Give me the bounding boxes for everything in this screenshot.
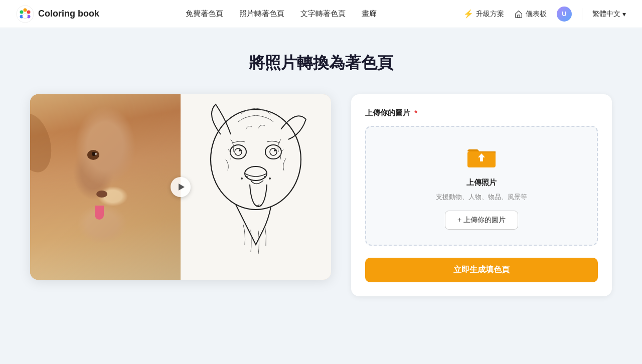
page-title: 將照片轉換為著色頁 (30, 52, 612, 74)
navbar: Coloring book 免費著色頁 照片轉著色頁 文字轉著色頁 畫廊 ⚡ 升… (0, 0, 642, 28)
folder-icon-wrapper (466, 145, 497, 170)
bolt-icon: ⚡ (463, 9, 473, 19)
chevron-down-icon: ▾ (622, 10, 626, 18)
upload-panel: 上傳你的圖片 * (351, 94, 612, 296)
logo-icon (16, 5, 34, 23)
navbar-right: ⚡ 升級方案 儀表板 U 繁體中文 ▾ (463, 7, 626, 22)
svg-point-6 (23, 14, 28, 19)
nav-divider (582, 8, 582, 20)
demo-image-inner (30, 94, 331, 280)
svg-point-14 (274, 149, 276, 151)
sketch-svg (181, 94, 331, 280)
svg-point-17 (241, 177, 243, 179)
svg-point-11 (239, 149, 241, 151)
dog-fur-overlay (30, 94, 181, 280)
upload-section-label: 上傳你的圖片 * (365, 108, 598, 118)
dashboard-label: 儀表板 (526, 10, 547, 19)
content-row: 上傳你的圖片 * (30, 94, 612, 296)
nav-free-coloring[interactable]: 免費著色頁 (186, 9, 223, 19)
nav-links: 免費著色頁 照片轉著色頁 文字轉著色頁 畫廊 (186, 9, 377, 19)
user-avatar[interactable]: U (557, 7, 572, 22)
demo-image (30, 94, 331, 280)
svg-point-16 (246, 176, 248, 178)
generate-btn-label: 立即生成填色頁 (453, 265, 510, 274)
play-button[interactable] (171, 177, 191, 197)
svg-point-12 (265, 145, 281, 159)
svg-point-5 (20, 10, 24, 14)
upgrade-label: 升級方案 (476, 10, 504, 19)
dashboard-button[interactable]: 儀表板 (514, 10, 547, 19)
upload-file-button[interactable]: + 上傳你的圖片 (445, 211, 518, 230)
lang-label: 繁體中文 (592, 10, 620, 19)
nav-gallery[interactable]: 畫廊 (362, 9, 377, 19)
upload-main-text: 上傳照片 (466, 178, 497, 188)
svg-point-2 (27, 10, 31, 14)
logo-link[interactable]: Coloring book (16, 5, 99, 23)
photo-side (30, 94, 181, 280)
upgrade-button[interactable]: ⚡ 升級方案 (463, 9, 504, 19)
upload-sub-text: 支援動物、人物、物品、風景等 (436, 193, 527, 202)
svg-point-18 (264, 176, 266, 178)
svg-point-1 (24, 8, 27, 12)
upload-dropzone[interactable]: 上傳照片 支援動物、人物、物品、風景等 + 上傳你的圖片 (365, 126, 598, 246)
nav-photo-to-coloring[interactable]: 照片轉著色頁 (239, 9, 284, 19)
svg-point-15 (245, 166, 267, 180)
play-triangle-icon (179, 184, 185, 191)
home-icon (514, 10, 523, 19)
language-button[interactable]: 繁體中文 ▾ (592, 10, 626, 19)
nav-text-to-coloring[interactable]: 文字轉著色頁 (300, 9, 346, 19)
folder-upload-icon (467, 146, 496, 168)
required-marker: * (414, 108, 417, 117)
svg-point-10 (235, 148, 242, 155)
main-content: 將照片轉換為著色頁 (0, 28, 642, 326)
svg-point-13 (270, 148, 277, 155)
sketch-side (181, 94, 331, 280)
upload-file-btn-label: + 上傳你的圖片 (457, 216, 506, 225)
dog-photo (30, 94, 181, 280)
svg-rect-7 (518, 15, 520, 17)
generate-button[interactable]: 立即生成填色頁 (365, 258, 598, 282)
svg-point-9 (230, 145, 246, 159)
logo-text: Coloring book (38, 9, 99, 19)
svg-point-8 (211, 109, 301, 210)
svg-point-19 (269, 177, 271, 179)
